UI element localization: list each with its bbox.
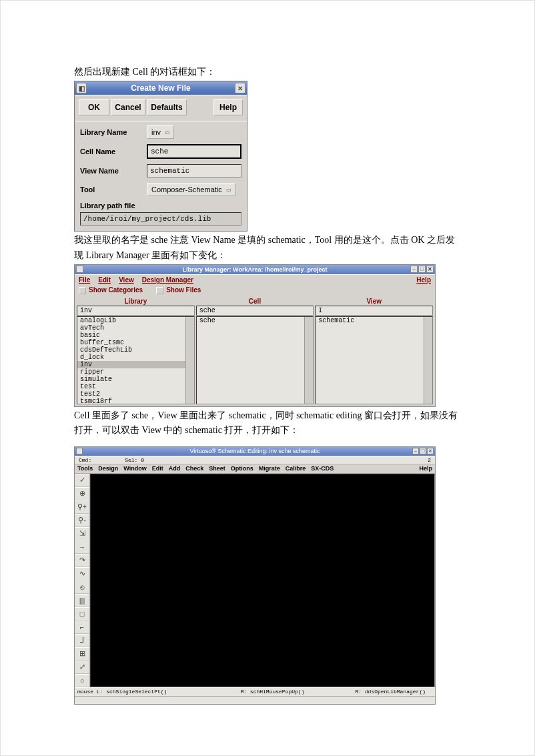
list-item[interactable]: sche xyxy=(197,317,314,324)
tool-icon-12[interactable]: ⅃ xyxy=(75,634,89,647)
create-new-file-dialog: ◧ Create New File ✕ OK Cancel Defaults H… xyxy=(74,81,247,232)
cell-list[interactable]: sche xyxy=(196,316,314,404)
list-item[interactable]: basic xyxy=(77,332,194,339)
menu-design[interactable]: Design xyxy=(98,465,118,472)
menu-file[interactable]: File xyxy=(79,276,90,284)
ok-button[interactable]: OK xyxy=(79,99,109,115)
cancel-button[interactable]: Cancel xyxy=(111,99,145,115)
tool-icon-9[interactable]: ||| xyxy=(75,594,89,607)
view-column-header: View xyxy=(315,297,433,306)
menu-add[interactable]: Add xyxy=(169,465,181,472)
menu-sheet[interactable]: Sheet xyxy=(209,465,225,472)
menu-migrate[interactable]: Migrate xyxy=(259,465,280,472)
tool-icon-3[interactable]: ⚲- xyxy=(75,514,89,527)
tool-icon-0[interactable]: ✓ xyxy=(75,474,89,487)
menu-options[interactable]: Options xyxy=(231,465,253,472)
list-item[interactable]: analogLib xyxy=(77,317,194,324)
cell-name-label: Cell Name xyxy=(80,147,147,155)
list-item[interactable]: schematic xyxy=(316,317,432,324)
cell-filter-input[interactable]: sche xyxy=(196,306,314,316)
dialog-titlebar: ◧ Create New File ✕ xyxy=(75,81,247,95)
library-list[interactable]: analogLibavTechbasicbuffer_tsmccdsDefTec… xyxy=(77,316,195,404)
tool-icon-6[interactable]: ↷ xyxy=(75,554,89,567)
status-right: 2 xyxy=(428,457,431,463)
status-cmd: Cmd: xyxy=(79,457,91,463)
schematic-canvas[interactable] xyxy=(90,474,435,687)
se-toolbar: ✓⊕⚲+⚲-⇲→↷∿⎋|||□⌐⅃⊞⤢○ xyxy=(75,474,90,687)
lm-titlebar: Library Manager: WorkArea: /home/iroi/my… xyxy=(75,265,435,274)
show-categories-toggle[interactable]: Show Categories xyxy=(79,286,143,294)
library-path-input[interactable]: /home/iroi/my_project/cds.lib xyxy=(80,212,241,226)
cell-name-input[interactable]: sche xyxy=(147,144,241,159)
library-name-label: Library Name xyxy=(80,128,147,136)
menu-sx-cds[interactable]: SX-CDS xyxy=(311,465,334,472)
list-item[interactable]: avTech xyxy=(77,324,194,332)
tool-label: Tool xyxy=(80,185,147,194)
tool-icon-14[interactable]: ⤢ xyxy=(75,661,89,674)
view-name-input[interactable]: schematic xyxy=(147,164,241,177)
show-files-toggle[interactable]: Show Files xyxy=(156,286,201,294)
list-item[interactable]: d_lock xyxy=(77,354,194,361)
maximize-icon[interactable]: □ xyxy=(420,448,426,454)
cell-column-header: Cell xyxy=(196,297,314,306)
minimize-icon[interactable]: – xyxy=(412,448,419,454)
se-mouse-bindings: mouse L: schSingleSelectPt() M: schHiMou… xyxy=(75,687,435,696)
minimize-icon[interactable]: – xyxy=(410,266,418,273)
list-item[interactable]: simulate xyxy=(77,376,194,383)
menu-calibre[interactable]: Calibre xyxy=(286,465,306,472)
window-menu-icon[interactable]: ◧ xyxy=(76,83,87,93)
tool-icon-5[interactable]: → xyxy=(75,540,89,554)
library-filter-input[interactable]: inv xyxy=(77,306,195,316)
status-sel: Sel: 0 xyxy=(125,457,144,463)
menu-check[interactable]: Check xyxy=(185,465,203,472)
menu-help[interactable]: Help xyxy=(416,276,431,284)
close-icon[interactable]: ✕ xyxy=(426,266,434,273)
library-manager-window: Library Manager: WorkArea: /home/iroi/my… xyxy=(74,264,436,407)
menu-window[interactable]: Window xyxy=(123,465,146,472)
tool-icon-1[interactable]: ⊕ xyxy=(75,487,89,500)
se-status-bar: Cmd: Sel: 0 2 xyxy=(75,456,435,464)
menu-edit[interactable]: Edit xyxy=(98,276,111,284)
list-item[interactable]: inv xyxy=(77,361,194,368)
window-menu-icon[interactable] xyxy=(76,448,83,454)
menu-tools[interactable]: Tools xyxy=(77,465,93,472)
lm-title: Library Manager: WorkArea: /home/iroi/my… xyxy=(183,266,328,273)
tool-icon-10[interactable]: □ xyxy=(75,607,89,621)
defaults-button[interactable]: Defaults xyxy=(147,99,187,115)
se-message-area xyxy=(75,696,435,704)
library-column-header: Library xyxy=(77,297,195,306)
para3: Cell 里面多了 sche，View 里面出来了 schematic，同时 s… xyxy=(74,408,461,438)
mouse-r-binding: R: ddsOpenLibManager() xyxy=(355,689,426,695)
list-item[interactable]: buffer_tsmc xyxy=(77,339,194,346)
tool-icon-8[interactable]: ⎋ xyxy=(75,581,89,594)
list-item[interactable]: test2 xyxy=(77,390,194,398)
maximize-icon[interactable]: □ xyxy=(418,266,426,273)
tool-icon-15[interactable]: ○ xyxy=(75,674,89,687)
library-name-selector[interactable]: inv▭ xyxy=(147,125,174,139)
close-icon[interactable]: ✕ xyxy=(427,448,434,454)
help-button[interactable]: Help xyxy=(213,99,243,115)
library-path-label: Library path file xyxy=(80,202,241,210)
menu-design-manager[interactable]: Design Manager xyxy=(142,276,193,284)
list-item[interactable]: tsmc18rf xyxy=(77,398,194,404)
list-item[interactable]: test xyxy=(77,383,194,390)
tool-icon-4[interactable]: ⇲ xyxy=(75,527,89,540)
tool-icon-13[interactable]: ⊞ xyxy=(75,647,89,661)
window-menu-icon[interactable] xyxy=(76,266,83,273)
tool-icon-11[interactable]: ⌐ xyxy=(75,621,89,634)
dialog-title: Create New File xyxy=(131,83,190,93)
se-title: Virtuoso® Schematic Editing: inv sche sc… xyxy=(189,448,320,454)
menu-help[interactable]: Help xyxy=(419,465,432,472)
tool-selector[interactable]: Composer-Schematic▭ xyxy=(147,183,235,196)
menu-view[interactable]: View xyxy=(119,276,134,284)
close-icon[interactable]: ✕ xyxy=(235,83,245,93)
view-filter-input[interactable]: I xyxy=(315,306,433,316)
list-item[interactable]: cdsDefTechLib xyxy=(77,346,194,354)
list-item[interactable]: ripper xyxy=(77,368,194,376)
tool-icon-2[interactable]: ⚲+ xyxy=(75,500,89,514)
view-list[interactable]: schematic xyxy=(315,316,433,404)
mouse-m-binding: M: schHiMousePopUp() xyxy=(240,689,304,695)
tool-icon-7[interactable]: ∿ xyxy=(75,567,89,581)
lm-menubar: File Edit View Design Manager Help xyxy=(75,274,435,285)
menu-edit[interactable]: Edit xyxy=(152,465,163,472)
